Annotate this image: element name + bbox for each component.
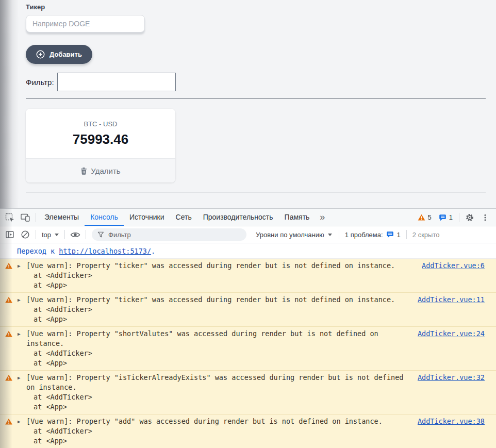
tab-memory[interactable]: Память — [279, 209, 316, 226]
tab-sources[interactable]: Источники — [124, 209, 170, 226]
message-bubble-icon — [386, 231, 394, 238]
source-link[interactable]: AddTicker.vue:24 — [418, 329, 485, 339]
source-link[interactable]: AddTicker.vue:11 — [418, 295, 485, 305]
ticker-card: BTC - USD 75993.46 Удалить — [26, 109, 175, 182]
log-levels-label: Уровни по умолчанию — [256, 231, 324, 239]
console-warning-row: ▶ AddTicker.vue:6 [Vue warn]: Property "… — [0, 259, 496, 293]
filter-funnel-icon — [97, 231, 104, 238]
stack-line: at <AddTicker> — [26, 271, 485, 280]
settings-button[interactable] — [462, 211, 477, 224]
ticker-price: 75993.46 — [26, 131, 175, 147]
filter-input[interactable] — [57, 73, 176, 91]
warning-text: [Vue warn]: Property "ticker" was access… — [26, 295, 395, 304]
console-navigation-message: Переход к http://localhost:5173/. — [0, 243, 496, 259]
expand-arrow-icon[interactable]: ▶ — [18, 329, 23, 368]
tab-console[interactable]: Консоль — [85, 209, 124, 226]
divider — [36, 230, 36, 239]
ticker-app: Тикер Добавить Фильтр: BTC - USD 75993.4… — [0, 0, 496, 209]
devtools-tabbar: Элементы Консоль Источники Сеть Производ… — [0, 209, 496, 226]
console-warning-row: ▶ AddTicker.vue:32 [Vue warn]: Property … — [0, 371, 496, 414]
tab-performance[interactable]: Производительность — [197, 209, 279, 226]
warning-text: [Vue warn]: Property "add" was accessed … — [26, 417, 383, 425]
warning-count: 5 — [428, 213, 432, 221]
chevron-down-icon — [55, 234, 59, 236]
expand-arrow-icon[interactable]: ▶ — [18, 261, 23, 290]
inspect-element-button[interactable] — [2, 211, 18, 224]
warning-triangle-icon — [5, 330, 13, 337]
console-toolbar: top Уровни по умолчанию 1 проблема: — [0, 226, 496, 243]
warnings-badge[interactable]: 5 — [418, 209, 432, 226]
stack-line: at <App> — [26, 280, 485, 290]
expand-arrow-icon[interactable]: ▶ — [18, 417, 23, 446]
stack-line: at <App> — [26, 358, 485, 368]
stack-line: at <AddTicker> — [26, 392, 485, 402]
console-warning-row: ▶ AddTicker.vue:24 [Vue warn]: Property … — [0, 327, 496, 371]
add-button-label: Добавить — [49, 51, 82, 58]
devtools-menu-button[interactable] — [477, 211, 493, 224]
divider — [339, 230, 339, 239]
expand-arrow-icon[interactable]: ▶ — [18, 373, 23, 412]
issues-label: 1 проблема: — [345, 231, 383, 239]
issues-badge[interactable]: 1 — [439, 209, 453, 226]
device-toolbar-icon — [20, 212, 30, 222]
stack-line: at <App> — [26, 314, 485, 324]
console-sidebar-toggle-button[interactable] — [2, 228, 18, 241]
divider — [26, 192, 486, 192]
tab-network[interactable]: Сеть — [170, 209, 197, 226]
tab-elements[interactable]: Элементы — [39, 209, 85, 226]
live-expression-button[interactable] — [68, 228, 83, 241]
ticker-label: Тикер — [26, 3, 486, 11]
source-link[interactable]: AddTicker.vue:32 — [418, 373, 485, 383]
ticker-card-body[interactable]: BTC - USD 75993.46 — [26, 109, 175, 158]
navigation-link[interactable]: http://localhost:5173/ — [59, 247, 151, 255]
warning-text: [Vue warn]: Property "isTickerAlreadyExi… — [26, 373, 404, 391]
console-warning-row: ▶ AddTicker.vue:38 [Vue warn]: Property … — [0, 414, 496, 448]
add-button[interactable]: Добавить — [26, 45, 92, 64]
more-tabs-button[interactable]: » — [315, 209, 330, 226]
trash-icon — [80, 167, 87, 175]
plus-circle-icon — [36, 50, 45, 59]
source-link[interactable]: AddTicker.vue:6 — [422, 261, 485, 271]
inspect-cursor-icon — [5, 212, 15, 223]
window-shadow — [0, 0, 19, 208]
gear-icon — [465, 213, 474, 222]
warning-triangle-icon — [5, 262, 13, 269]
spacer — [330, 209, 414, 226]
expand-arrow-icon[interactable]: ▶ — [18, 295, 23, 324]
console-filter-input[interactable] — [108, 231, 241, 239]
navigation-suffix: . — [151, 247, 155, 255]
warning-text: [Vue warn]: Property "ticker" was access… — [26, 261, 395, 270]
stack-line: at <AddTicker> — [26, 349, 485, 358]
divider — [459, 213, 459, 222]
divider — [36, 213, 36, 222]
log-levels-dropdown[interactable]: Уровни по умолчанию — [256, 231, 332, 239]
issues-count: 1 — [397, 231, 401, 239]
source-link[interactable]: AddTicker.vue:38 — [418, 417, 485, 426]
three-dot-menu-icon — [481, 213, 489, 222]
delete-ticker-button[interactable]: Удалить — [26, 158, 175, 182]
divider — [26, 98, 486, 98]
delete-button-label: Удалить — [91, 167, 120, 175]
ticker-input[interactable] — [26, 15, 145, 32]
ticker-pair-label: BTC - USD — [26, 120, 175, 128]
navigation-text: Переход к — [17, 247, 59, 255]
console-warning-row: ▶ AddTicker.vue:11 [Vue warn]: Property … — [0, 293, 496, 327]
console-sidebar-icon — [5, 230, 14, 239]
clear-console-button[interactable] — [18, 228, 33, 241]
warning-triangle-icon — [5, 418, 13, 425]
eye-icon — [70, 231, 80, 238]
issues-counter[interactable]: 1 проблема: 1 — [345, 231, 401, 239]
warning-triangle-icon — [5, 296, 13, 303]
console-filter-box[interactable] — [92, 228, 246, 241]
console-log: Переход к http://localhost:5173/. ▶ AddT… — [0, 243, 496, 448]
toggle-device-toolbar-button[interactable] — [18, 211, 33, 224]
warning-text: [Vue warn]: Property "shortValutes" was … — [26, 329, 378, 347]
chevron-down-icon — [328, 234, 332, 236]
message-count: 1 — [449, 213, 453, 221]
stack-line: at <App> — [26, 436, 485, 446]
context-selector[interactable]: top — [42, 231, 59, 239]
message-bubble-icon — [439, 214, 447, 221]
warning-triangle-icon — [5, 374, 13, 381]
hidden-messages-label: 2 скрыто — [412, 231, 440, 239]
stack-line: at <App> — [26, 402, 485, 412]
